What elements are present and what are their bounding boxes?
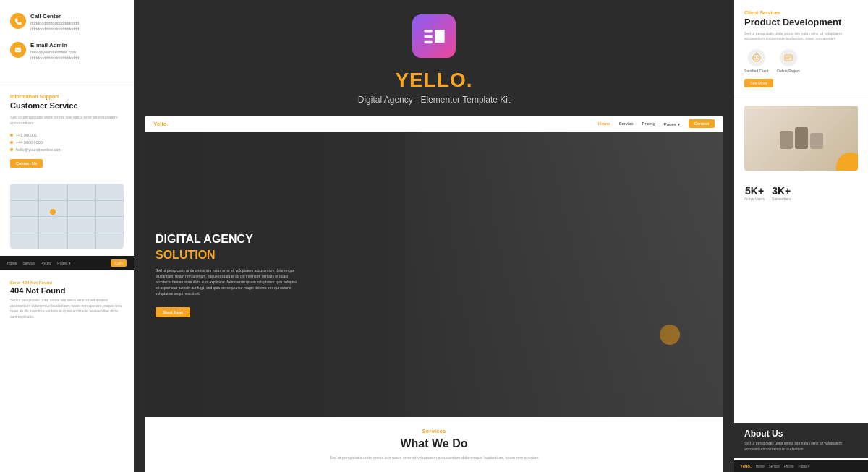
svg-rect-4 [435, 30, 445, 43]
map-line [67, 184, 68, 249]
right-see-more-btn[interactable]: See More [744, 79, 773, 87]
info-title: Customer Service [10, 101, 124, 110]
people-icons [780, 127, 823, 149]
right-nav-pricing[interactable]: Pricing [784, 465, 794, 468]
map-grid [10, 184, 124, 249]
right-text: Sed ut perspiciatis unde omnis iste natu… [744, 31, 858, 42]
hero-content: DIGITAL AGENCY SOLUTION Sed ut perspicia… [156, 232, 300, 317]
right-team-image [744, 106, 858, 171]
info-text: Sed ut perspiciatis unde omnis iste natu… [10, 114, 124, 126]
map-section [10, 184, 124, 249]
info-list: +41 000001 +44 0000 0000 hello@yoursiteo… [10, 132, 124, 153]
left-contacts: Call Center dddddddddddddddddddddd ddddd… [0, 0, 134, 85]
mini-nav-service[interactable]: Service [618, 121, 633, 126]
right-nav-home[interactable]: Home [756, 465, 765, 468]
contact-btn[interactable]: Contact Us [10, 159, 43, 168]
call-center-text: Call Center dddddddddddddddddddddd ddddd… [30, 13, 124, 32]
svg-rect-2 [425, 35, 433, 38]
mini-website: Yello. Home Service Pricing Pages ▾ Cont… [145, 116, 723, 472]
bottom-nav-home: Home [7, 261, 17, 265]
brand-subtitle: Digital Agency - Elementor Template Kit [358, 95, 511, 105]
svg-rect-0 [15, 48, 21, 53]
satisfied-client-icon [748, 49, 765, 66]
right-nav-pages[interactable]: Pages ▾ [798, 465, 810, 468]
about-text: Sed ut perspiciatis unde omnis iste natu… [744, 441, 858, 452]
center-panel: YELLO. Digital Agency - Elementor Templa… [134, 0, 734, 472]
left-info-section: Information Support Customer Service Sed… [0, 85, 134, 177]
email-admin-text: E-mail Admin hello@yoursiteonline.com dd… [30, 42, 124, 61]
hero-title-yellow: SOLUTION [156, 248, 300, 262]
error-section: Error 404 Not Found 404 Not Found Sed ut… [0, 273, 134, 327]
image-bg [744, 106, 858, 171]
services-text: Sed ut perspiciatis unde omnis iste natu… [326, 455, 542, 461]
mini-nav-contact-btn[interactable]: Contact [689, 119, 715, 128]
info-list-item-1: +41 000001 [10, 132, 124, 139]
error-title: 404 Not Found [10, 286, 124, 295]
stat-label-users: Active Users [744, 197, 765, 201]
mini-nav-pages[interactable]: Pages ▾ [664, 121, 680, 126]
mini-nav-pricing[interactable]: Pricing [642, 121, 655, 126]
elementor-logo [412, 14, 456, 58]
stat-subscribers: 3K+ Subscribers [772, 185, 791, 201]
info-label: Information Support [10, 94, 124, 99]
right-icon-project: Define Project [777, 49, 799, 73]
svg-rect-3 [425, 41, 433, 43]
define-project-label: Define Project [777, 69, 799, 73]
call-icon [10, 13, 26, 29]
map-line [38, 184, 39, 249]
stat-label-subs: Subscribers [772, 197, 791, 201]
bottom-nav-pages: Pages ▾ [57, 261, 71, 265]
services-title: What We Do [159, 437, 709, 450]
map-marker [50, 209, 56, 215]
person-2 [795, 127, 808, 149]
person-3 [810, 133, 823, 149]
error-body: Sed ut perspiciatis unde omnis iste natu… [10, 298, 124, 319]
stat-number-users: 5K+ [744, 185, 765, 197]
mini-nav-home[interactable]: Home [598, 121, 610, 126]
yellow-blob [836, 153, 858, 171]
services-section: Services What We Do Sed ut perspiciatis … [145, 417, 723, 472]
error-label: Error 404 Not Found [10, 280, 124, 285]
hero-title-white: DIGITAL AGENCY [156, 232, 300, 246]
left-panel: Call Center dddddddddddddddddddddd ddddd… [0, 0, 134, 472]
right-bottom-nav: Yello. Home Service Pricing Pages ▾ [734, 460, 868, 472]
svg-point-6 [754, 56, 756, 58]
stat-active-users: 5K+ Active Users [744, 185, 765, 201]
about-title: About Us [744, 429, 858, 439]
satisfied-client-label: Satisfied Client [744, 69, 768, 73]
svg-rect-1 [425, 30, 433, 32]
hero-body-text: Sed ut perspiciatis unde omnis iste natu… [156, 267, 300, 296]
define-project-icon [780, 49, 797, 66]
right-image-section [734, 98, 868, 178]
bottom-nav-pricing: Pricing [41, 261, 51, 265]
left-bottom-nav: Home Service Pricing Pages ▾ Cons [0, 256, 134, 270]
contact-item-call: Call Center dddddddddddddddddddddd ddddd… [10, 13, 124, 32]
right-panel: Client Services Product Development Sed … [734, 0, 868, 472]
map-line [95, 184, 96, 249]
hero-top: YELLO. Digital Agency - Elementor Templa… [134, 0, 734, 116]
right-stats: 5K+ Active Users 3K+ Subscribers [734, 178, 868, 208]
right-title: Product Development [744, 17, 858, 28]
info-list-item-3: hello@yoursiteonline.com [10, 146, 124, 153]
right-icon-satisfied: Satisfied Client [744, 49, 768, 73]
mini-brand: Yello. [153, 121, 169, 127]
mini-website-nav: Yello. Home Service Pricing Pages ▾ Cont… [145, 116, 723, 132]
right-about-section: About Us Sed ut perspiciatis unde omnis … [734, 423, 868, 458]
bottom-nav-btn[interactable]: Cons [111, 259, 127, 267]
right-label: Client Services [744, 10, 858, 15]
stat-number-subs: 3K+ [772, 185, 791, 197]
main-wrapper: Call Center dddddddddddddddddddddd ddddd… [0, 0, 868, 472]
right-icons-row: Satisfied Client Define Project [744, 49, 858, 73]
hero-cta-btn[interactable]: Start Now [156, 307, 190, 317]
email-icon [10, 42, 26, 58]
person-1 [780, 131, 793, 149]
right-product-section: Client Services Product Development Sed … [734, 0, 868, 98]
right-bottom-brand: Yello. [740, 464, 752, 468]
right-nav-service[interactable]: Service [769, 465, 780, 468]
bottom-nav-service: Service [22, 261, 35, 265]
svg-point-7 [757, 56, 759, 58]
svg-rect-8 [785, 55, 792, 61]
contact-item-email: E-mail Admin hello@yoursiteonline.com dd… [10, 42, 124, 61]
brand-name: YELLO. [395, 69, 472, 92]
services-label: Services [159, 428, 709, 434]
